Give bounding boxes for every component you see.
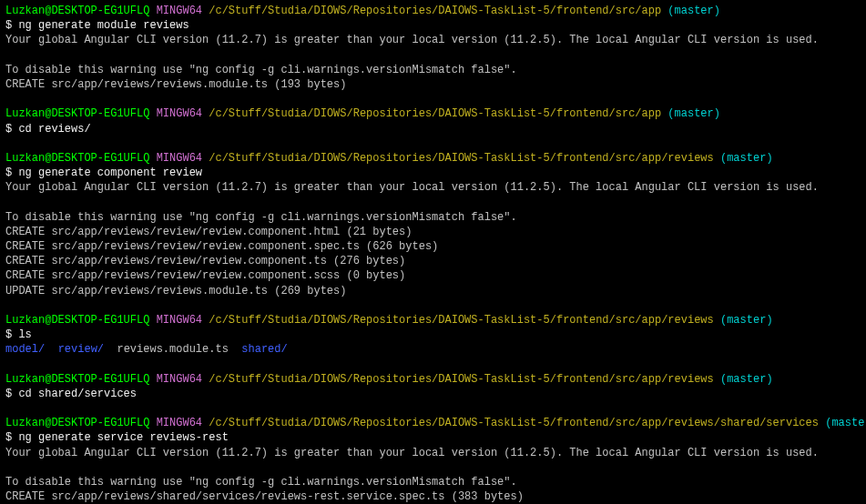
blank-line (5, 48, 861, 63)
command-line: $ ng generate component review (5, 166, 861, 180)
blank-line (5, 298, 861, 313)
blank-line (5, 460, 861, 475)
prompt-line: Luzkan@DESKTOP-EG1UFLQ MINGW64 /c/Stuff/… (5, 4, 861, 18)
output-line: CREATE src/app/reviews/review/review.com… (5, 225, 861, 239)
output-line: Your global Angular CLI version (11.2.7)… (5, 180, 861, 195)
output-line: Your global Angular CLI version (11.2.7)… (5, 446, 861, 460)
command-line: $ cd shared/services (5, 387, 861, 401)
command-line: $ ng generate module reviews (5, 18, 861, 33)
blank-line (5, 358, 861, 372)
output-line: CREATE src/app/reviews/review/review.com… (5, 239, 861, 254)
prompt-line: Luzkan@DESKTOP-EG1UFLQ MINGW64 /c/Stuff/… (5, 313, 861, 328)
output-line: CREATE src/app/reviews/review/review.com… (5, 254, 861, 268)
output-line: UPDATE src/app/reviews/reviews.module.ts… (5, 284, 861, 298)
prompt-line: Luzkan@DESKTOP-EG1UFLQ MINGW64 /c/Stuff/… (5, 151, 861, 166)
output-line: To disable this warning use "ng config -… (5, 475, 861, 489)
prompt-line: Luzkan@DESKTOP-EG1UFLQ MINGW64 /c/Stuff/… (5, 416, 861, 430)
command-line: $ ls (5, 328, 861, 342)
output-line: CREATE src/app/reviews/review/review.com… (5, 268, 861, 283)
terminal-output[interactable]: Luzkan@DESKTOP-EG1UFLQ MINGW64 /c/Stuff/… (5, 4, 861, 504)
command-line: $ ng generate service reviews-rest (5, 430, 861, 445)
blank-line (5, 195, 861, 209)
blank-line (5, 401, 861, 416)
blank-line (5, 136, 861, 151)
prompt-line: Luzkan@DESKTOP-EG1UFLQ MINGW64 /c/Stuff/… (5, 372, 861, 387)
output-line: CREATE src/app/reviews/shared/services/r… (5, 489, 861, 504)
command-line: $ cd reviews/ (5, 122, 861, 136)
blank-line (5, 92, 861, 106)
output-line: To disable this warning use "ng config -… (5, 63, 861, 77)
output-line: To disable this warning use "ng config -… (5, 210, 861, 225)
ls-output: model/ review/ reviews.module.ts shared/ (5, 342, 861, 357)
output-line: Your global Angular CLI version (11.2.7)… (5, 33, 861, 47)
output-line: CREATE src/app/reviews/reviews.module.ts… (5, 77, 861, 92)
prompt-line: Luzkan@DESKTOP-EG1UFLQ MINGW64 /c/Stuff/… (5, 106, 861, 121)
